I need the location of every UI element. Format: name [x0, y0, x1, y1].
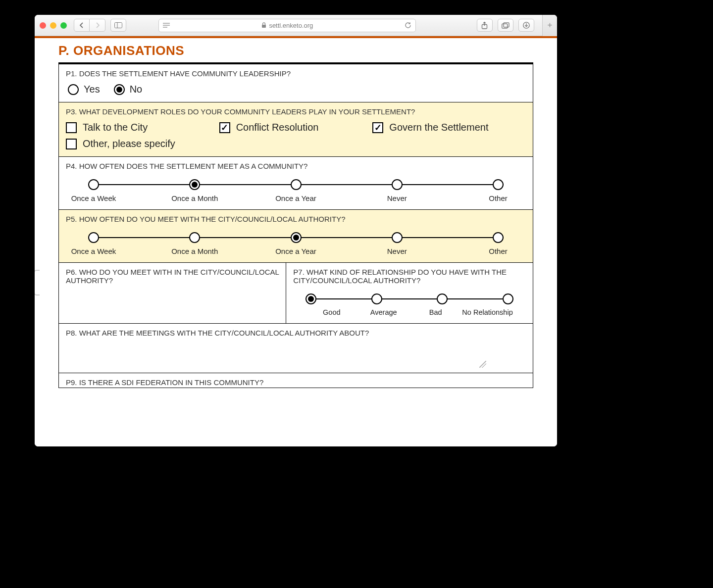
radio-label: Yes — [84, 84, 100, 95]
likert-point[interactable] — [503, 294, 513, 304]
likert-point[interactable] — [392, 179, 403, 190]
likert-label: Once a Week — [66, 194, 121, 202]
back-button[interactable] — [74, 19, 90, 32]
question-label: P7. WHAT KIND OF RELATIONSHIP DO YOU HAV… — [293, 268, 526, 285]
question-p7: P7. WHAT KIND OF RELATIONSHIP DO YOU HAV… — [286, 263, 533, 323]
likert-point[interactable] — [371, 294, 382, 304]
reload-button[interactable] — [405, 22, 411, 29]
question-label: P3. WHAT DEVELOPMENT ROLES DO YOUR COMMU… — [66, 107, 526, 116]
window-controls — [40, 22, 67, 29]
new-tab-button[interactable]: + — [542, 15, 557, 36]
likert-point[interactable] — [493, 232, 504, 243]
toolbar-right: + — [477, 15, 552, 36]
page-content: P. ORGANISATIONS P1. DOES THE SETTLEMENT… — [35, 36, 557, 446]
likert-label: Other — [471, 194, 525, 202]
url-display: settl.enketo.org — [261, 22, 313, 29]
browser-window: settl.enketo.org + P. ORGANISATIONS — [35, 15, 557, 446]
question-p9: P9. IS THERE A SDI FEDERATION IN THIS CO… — [59, 373, 533, 388]
checkbox-option[interactable]: Conflict Resolution — [219, 122, 373, 133]
checkbox-option[interactable]: Other, please specify — [66, 138, 219, 149]
checkbox-label: Govern the Settlement — [389, 122, 488, 133]
checkbox-label: Other, please specify — [83, 138, 175, 149]
likert-point[interactable] — [291, 232, 302, 243]
likert-point[interactable] — [291, 179, 302, 190]
likert-point[interactable] — [189, 232, 200, 243]
question-label: P4. HOW OFTEN DOES THE SETTLEMENT MEET A… — [66, 162, 526, 170]
svg-rect-0 — [115, 23, 122, 28]
likert-point[interactable] — [88, 179, 99, 190]
checkbox-grid: Talk to the CityConflict ResolutionGover… — [66, 122, 526, 149]
checkbox-option[interactable]: Govern the Settlement — [372, 122, 526, 133]
checkbox-icon — [219, 122, 230, 133]
close-window-button[interactable] — [40, 22, 46, 29]
toolbar: settl.enketo.org + — [35, 15, 557, 36]
likert-point[interactable] — [392, 232, 403, 243]
minimize-window-button[interactable] — [50, 22, 56, 29]
svg-rect-5 — [262, 25, 266, 28]
question-label: P6. WHO DO YOU MEET WITH IN THE CITY/COU… — [66, 268, 279, 285]
likert-label: Once a Year — [269, 247, 323, 255]
nav-back-forward — [74, 19, 105, 32]
sidebar-toggle-button[interactable] — [110, 19, 126, 32]
radio-label: No — [130, 84, 143, 95]
question-p8: P8. WHAT ARE THE MEETINGS WITH THE CITY/… — [59, 324, 533, 373]
section-title: P. ORGANISATIONS — [58, 43, 533, 58]
likert-scale — [88, 232, 504, 243]
question-p4: P4. HOW OFTEN DOES THE SETTLEMENT MEET A… — [59, 157, 533, 210]
likert-label: Once a Month — [167, 247, 222, 255]
likert-label: Never — [370, 194, 424, 202]
likert-label: Once a Week — [66, 247, 121, 255]
likert-label: Never — [370, 247, 424, 255]
likert-point[interactable] — [88, 232, 99, 243]
radio-option-no[interactable]: No — [114, 84, 143, 95]
question-p3: P3. WHAT DEVELOPMENT ROLES DO YOUR COMMU… — [59, 102, 533, 157]
checkbox-label: Conflict Resolution — [236, 122, 319, 133]
likert-point[interactable] — [189, 179, 200, 190]
likert-label: No Relationship — [452, 308, 523, 316]
radio-icon — [68, 84, 79, 95]
scroll-marker — [35, 270, 40, 295]
question-p1: P1. DOES THE SETTLEMENT HAVE COMMUNITY L… — [59, 64, 533, 102]
form-outline: P1. DOES THE SETTLEMENT HAVE COMMUNITY L… — [58, 62, 533, 388]
svg-rect-9 — [504, 22, 509, 27]
checkbox-icon — [66, 122, 77, 133]
maximize-window-button[interactable] — [60, 22, 67, 29]
question-p6: P6. WHO DO YOU MEET WITH IN THE CITY/COU… — [59, 263, 286, 323]
forward-button[interactable] — [90, 19, 105, 32]
question-row-p6-p7: P6. WHO DO YOU MEET WITH IN THE CITY/COU… — [59, 263, 533, 324]
likert-scale — [306, 294, 513, 304]
question-p5: P5. HOW OFTEN DO YOU MEET WITH THE CITY/… — [59, 210, 533, 263]
accent-bar — [35, 36, 557, 38]
downloads-button[interactable] — [518, 19, 534, 32]
checkbox-option[interactable]: Talk to the City — [66, 122, 219, 133]
question-label: P8. WHAT ARE THE MEETINGS WITH THE CITY/… — [66, 329, 526, 337]
likert-scale — [88, 179, 504, 190]
likert-point[interactable] — [493, 179, 504, 190]
likert-point[interactable] — [306, 294, 316, 304]
checkbox-icon — [372, 122, 383, 133]
likert-label: Other — [471, 247, 525, 255]
url-text: settl.enketo.org — [269, 22, 313, 29]
likert-label: Once a Year — [269, 194, 323, 202]
svg-rect-8 — [502, 24, 508, 28]
likert-point[interactable] — [437, 294, 448, 304]
question-label: P1. DOES THE SETTLEMENT HAVE COMMUNITY L… — [66, 69, 526, 78]
textarea-resize-handle[interactable] — [479, 361, 486, 368]
reader-mode-icon[interactable] — [163, 23, 170, 28]
radio-option-yes[interactable]: Yes — [68, 84, 100, 95]
question-label: P5. HOW OFTEN DO YOU MEET WITH THE CITY/… — [66, 215, 526, 223]
question-label: P9. IS THERE A SDI FEDERATION IN THIS CO… — [66, 378, 526, 387]
checkbox-label: Talk to the City — [83, 122, 148, 133]
share-button[interactable] — [477, 19, 493, 32]
radio-icon — [114, 84, 125, 95]
lock-icon — [261, 22, 266, 28]
checkbox-icon — [66, 139, 77, 149]
address-bar[interactable]: settl.enketo.org — [158, 19, 416, 32]
tabs-button[interactable] — [498, 19, 513, 32]
likert-label: Once a Month — [167, 194, 222, 202]
